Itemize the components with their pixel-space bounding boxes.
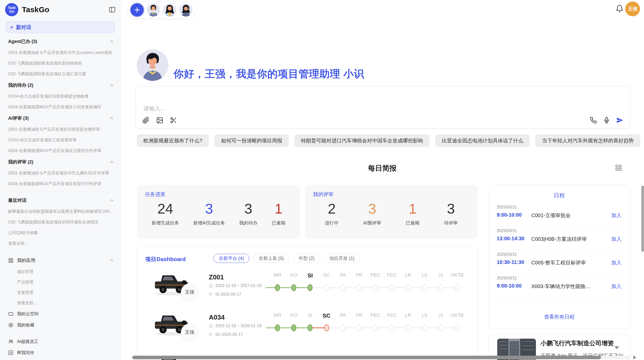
- sidebar-task-item[interactable]: C02-飞腾新能源轻客改款项目里程碑画布: [0, 58, 120, 69]
- chevron-up-icon: [109, 198, 114, 203]
- notification-bell-icon[interactable]: [616, 5, 624, 13]
- app-item[interactable]: 变更管理: [0, 287, 120, 298]
- milestone-dot: [340, 324, 345, 331]
- milestone-dot: [455, 284, 460, 291]
- microphone-icon[interactable]: [603, 117, 610, 124]
- sidebar-collapse-icon[interactable]: [109, 6, 116, 13]
- project-next-node: SI-2025-05-17: [209, 292, 241, 297]
- milestone-dot: [455, 324, 460, 331]
- conversation-avatar[interactable]: [147, 3, 160, 17]
- sidebar-task-item[interactable]: Z001-全新燃油皮卡产品开发项目SI节点Lesson Learn报告: [0, 47, 120, 58]
- sidebar-task-item[interactable]: C0X4-动力总成开发项目工程变更评审: [0, 135, 120, 145]
- section-label: 我的应用: [17, 257, 106, 263]
- dashboard-tab[interactable]: 动总开发 (1): [324, 254, 360, 263]
- project-row[interactable]: 王强Z0012023-12-19 ~ 2027-01-19SI-2025-05-…: [137, 270, 478, 306]
- schedule-item[interactable]: 2025/03/119:00-10:00X003-车辆动力学性能验...加入: [489, 276, 631, 299]
- schedule-item[interactable]: 2025/03/1113:00-14:30C003|H0B-方案冻结评审加入: [489, 229, 631, 252]
- stat-row: 24新增完成任务3新增AI完成任务3我的待办1已逾期: [137, 201, 300, 226]
- section-label: 最近对话: [8, 197, 109, 203]
- sidebar-task-item[interactable]: Z001-全新燃油轻卡产品开发项目SI造型提交物评审: [0, 124, 120, 135]
- sidebar-section-header[interactable]: 我的待办 (2): [0, 79, 120, 91]
- milestone-dot: [275, 324, 280, 331]
- section-label: Agent已办 (3): [8, 38, 109, 44]
- dashboard-tab[interactable]: 全新平台 (4): [213, 254, 249, 263]
- sidebar-link[interactable]: 我的收藏: [0, 319, 120, 331]
- sidebar-task-item[interactable]: A034-全新新能源MUV产品开发项目法规符合性评审: [0, 145, 120, 156]
- project-row[interactable]: 王强A0342023-12-19 ~ 2026-01-19SC-2025-05-…: [137, 310, 478, 346]
- suggestion-chip[interactable]: 如何写一份清晰的项目周报: [214, 134, 289, 147]
- chevron-up-icon: [109, 159, 114, 164]
- sidebar-tool[interactable]: AI超级员工: [0, 336, 120, 347]
- stat: 1已逾期: [406, 201, 419, 226]
- write-icon: [8, 350, 13, 355]
- stat-label: AI预评审: [363, 220, 381, 226]
- sidebar-task-item[interactable]: Z001-全新燃油轻卡产品开发项目SI节点属性5D文件评审: [0, 168, 120, 178]
- join-button[interactable]: 加入: [611, 236, 621, 243]
- app-item[interactable]: 产品管理: [0, 277, 120, 287]
- dashboard-tab[interactable]: 全新上装 (3): [253, 254, 289, 263]
- milestone-dot: [389, 284, 394, 291]
- attachment-icon[interactable]: [142, 117, 150, 124]
- conversation-avatar[interactable]: [163, 3, 176, 17]
- join-button[interactable]: 加入: [611, 212, 621, 219]
- schedule-event-name: C005-整车工程目标评审: [531, 259, 586, 266]
- dashboard-tab[interactable]: 年型 (2): [293, 254, 320, 263]
- recent-conversation-item[interactable]: 解释最新出台的欧盟报废车法规再生塑料比例被调至15%...: [0, 206, 120, 217]
- briefing-layout-grid-icon[interactable]: [615, 164, 622, 171]
- suggestion-chip[interactable]: 比亚迪全固态电池计划具体说了什么: [435, 134, 530, 147]
- stat-value: 3: [205, 201, 213, 217]
- conversation-avatar[interactable]: [179, 3, 193, 17]
- vertical-scrollbar-thumb[interactable]: [641, 186, 644, 252]
- recent-conversations-header[interactable]: 最近对话: [0, 194, 120, 206]
- app-item[interactable]: 查看全部...: [0, 298, 120, 308]
- stat: 3我的待办: [239, 201, 257, 226]
- suggestion-chip[interactable]: 当下年轻人对汽车外观有怎样的喜好趋势: [535, 134, 640, 147]
- sidebar-task-item[interactable]: C0X4-动力总成开发项目SI里程碑提交物检查: [0, 91, 120, 102]
- section-label: AI评审 (3): [8, 115, 109, 121]
- sidebar-section-header[interactable]: Agent已办 (3): [0, 36, 120, 47]
- join-button[interactable]: 加入: [611, 259, 621, 266]
- scroll-down-arrow[interactable]: [614, 346, 619, 349]
- my-apps-header[interactable]: 我的应用: [0, 254, 120, 266]
- user-avatar[interactable]: 王强: [625, 2, 640, 16]
- suggestion-chip[interactable]: 欧洲新规最近颁布了什么?: [137, 134, 209, 147]
- recent-conversation-item[interactable]: C02-飞腾新能源轻客改款项目的闭环通告反馈情况: [0, 217, 120, 228]
- sidebar-section-header[interactable]: AI评审 (3): [0, 112, 120, 124]
- folder-icon: [8, 311, 13, 317]
- milestone-dot: [324, 324, 329, 331]
- join-button[interactable]: 加入: [611, 283, 621, 290]
- schedule-item[interactable]: 2025/03/1110:30-11:30C005-整车工程目标评审加入: [489, 252, 631, 276]
- recent-conversation-item[interactable]: 查看全部...: [0, 238, 120, 249]
- sidebar-task-item[interactable]: A034-全新新能源MUV产品开发项目计划变更表编写: [0, 102, 120, 112]
- sidebar-task-item[interactable]: A034-全新新能源MUV产品开发项目造型可行性评审: [0, 178, 120, 189]
- schedule-item[interactable]: 2025/03/119:00-10:00C001-立项审批会加入: [489, 205, 631, 228]
- view-all-schedule-link[interactable]: 查看所有日程: [489, 313, 630, 320]
- sidebar-header: Task Go TaskGo: [0, 0, 120, 18]
- chat-input-box[interactable]: 请输入...: [136, 86, 630, 129]
- image-upload-icon[interactable]: [156, 117, 163, 124]
- stat-label: 已逾期: [406, 220, 419, 226]
- recent-conversation-item[interactable]: 公司Q3轻卡销量: [0, 228, 120, 238]
- divider: [0, 251, 120, 252]
- sidebar-tool[interactable]: 帮我写作: [0, 347, 120, 358]
- milestone-dot: [357, 284, 362, 291]
- suggestion-chip[interactable]: 特朗普可能对进口汽车增税会对中国车企造成哪些影响: [294, 134, 430, 147]
- add-conversation-button[interactable]: [130, 3, 144, 17]
- sidebar-link[interactable]: 我的云空间: [0, 308, 120, 319]
- stat-value: 1: [409, 201, 417, 217]
- horizontal-scrollbar-thumb[interactable]: [132, 356, 601, 359]
- sidebar-task-item[interactable]: C02-飞腾新能源轻客改款项目立项汇报方案: [0, 69, 120, 79]
- phone-call-icon[interactable]: [590, 117, 597, 124]
- sidebar-tool[interactable]: 创意制图: [0, 358, 120, 360]
- sidebar-section-header[interactable]: 我的评审 (2): [0, 156, 120, 168]
- send-icon[interactable]: [616, 117, 623, 124]
- screenshot-scissors-icon[interactable]: [170, 117, 177, 124]
- schedule-date: 2025/03/11: [497, 252, 517, 257]
- stat-row: 2进行中3AI预评审1已逾期3待评审: [305, 201, 478, 226]
- schedule-date: 2025/03/11: [497, 229, 517, 233]
- app-item[interactable]: 项目管理: [0, 266, 120, 277]
- chevron-up-icon: [109, 258, 114, 263]
- milestone-dot: [324, 284, 329, 291]
- new-chat-button[interactable]: + 新对话: [6, 21, 115, 33]
- scroll-right-arrow[interactable]: [633, 355, 636, 359]
